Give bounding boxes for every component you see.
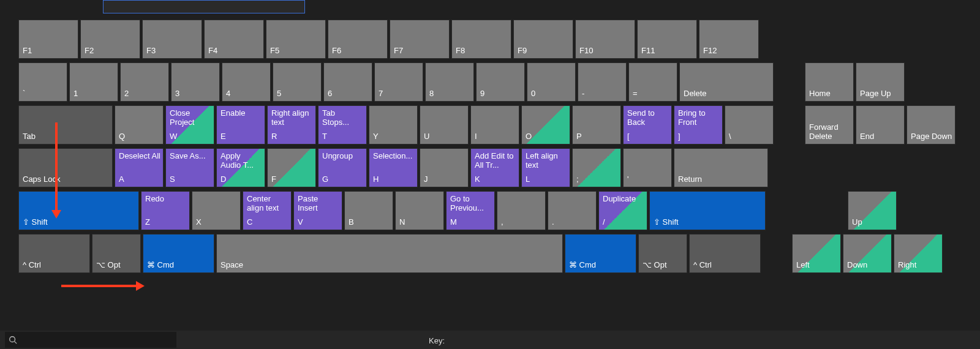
key-s[interactable]: Save As...S [165, 148, 214, 187]
key-o[interactable]: O [521, 105, 570, 144]
key-slash[interactable]: Duplicate/ [598, 191, 647, 230]
key-m[interactable]: Go to Previou...M [446, 191, 495, 230]
key-7[interactable]: 7 [374, 62, 423, 102]
key-bracket-left[interactable]: Send to Back[ [623, 105, 672, 144]
key-down[interactable]: Down [843, 234, 892, 273]
key-u[interactable]: U [420, 105, 469, 144]
key-minus[interactable]: - [578, 62, 627, 102]
key-shift-left[interactable]: ⇧ Shift [18, 191, 139, 230]
key-f7[interactable]: F7 [390, 20, 450, 59]
key-g[interactable]: UngroupG [318, 148, 367, 187]
key-n[interactable]: N [395, 191, 444, 230]
application-set-dropdown[interactable] [103, 0, 305, 13]
key-t[interactable]: Tab Stops...T [318, 105, 367, 144]
key-f4[interactable]: F4 [204, 20, 264, 59]
key-r[interactable]: Right align textR [267, 105, 316, 144]
key-x[interactable]: X [192, 191, 241, 230]
key-delete[interactable]: Delete [679, 62, 774, 102]
key-cmd-right[interactable]: ⌘ Cmd [565, 234, 636, 273]
key-b[interactable]: B [344, 191, 393, 230]
key-d[interactable]: Apply Audio T...D [216, 148, 265, 187]
svg-line-1 [15, 342, 17, 344]
search-icon [9, 336, 17, 344]
key-f3[interactable]: F3 [142, 20, 202, 59]
search-input[interactable] [5, 332, 176, 348]
annotation-arrow-right [61, 285, 137, 287]
key-2[interactable]: 2 [120, 62, 169, 102]
key-i[interactable]: I [470, 105, 519, 144]
key-home[interactable]: Home [805, 62, 854, 102]
key-comma[interactable]: , [497, 191, 546, 230]
footer-bar: Key: [0, 331, 980, 349]
key-0[interactable]: 0 [527, 62, 576, 102]
qwerty-row-2: Caps Lock Deselect AllA Save As...S Appl… [18, 148, 768, 187]
key-capslock[interactable]: Caps Lock [18, 148, 113, 187]
key-f11[interactable]: F11 [637, 20, 697, 59]
key-backtick[interactable]: ` [18, 62, 67, 102]
key-l[interactable]: Left align textL [521, 148, 570, 187]
key-y[interactable]: Y [369, 105, 418, 144]
key-equals[interactable]: = [628, 62, 677, 102]
key-f8[interactable]: F8 [451, 20, 511, 59]
key-end[interactable]: End [856, 105, 905, 144]
number-row: ` 1 2 3 4 5 6 7 8 9 0 - = Delete [18, 62, 774, 102]
key-p[interactable]: P [572, 105, 621, 144]
key-up[interactable]: Up [848, 191, 897, 230]
key-pageup[interactable]: Page Up [856, 62, 905, 102]
key-f2[interactable]: F2 [80, 20, 140, 59]
modifier-row: ^ Ctrl ⌥ Opt ⌘ Cmd Space ⌘ Cmd ⌥ Opt ^ C… [18, 234, 761, 273]
key-q[interactable]: Q [115, 105, 164, 144]
function-row: F1 F2 F3 F4 F5 F6 F7 F8 F9 F10 F11 F12 [18, 20, 759, 59]
key-f12[interactable]: F12 [699, 20, 759, 59]
svg-point-0 [10, 337, 15, 342]
key-e[interactable]: EnableE [216, 105, 265, 144]
key-a[interactable]: Deselect AllA [115, 148, 164, 187]
key-forward-delete[interactable]: Forward Delete [805, 105, 854, 144]
qwerty-row-1: Tab Q Close ProjectW EnableE Right align… [18, 105, 774, 144]
qwerty-row-3: ⇧ Shift RedoZ X Center align textC Paste… [18, 191, 766, 230]
key-pagedown[interactable]: Page Down [907, 105, 956, 144]
key-v[interactable]: Paste InsertV [293, 191, 342, 230]
key-bracket-right[interactable]: Bring to Front] [674, 105, 723, 144]
key-5[interactable]: 5 [273, 62, 322, 102]
key-c[interactable]: Center align textC [243, 191, 292, 230]
annotation-arrow-down [55, 122, 58, 211]
key-j[interactable]: J [420, 148, 469, 187]
keyboard-map: F1 F2 F3 F4 F5 F6 F7 F8 F9 F10 F11 F12 `… [18, 20, 968, 275]
key-f6[interactable]: F6 [328, 20, 388, 59]
key-backslash[interactable]: \ [725, 105, 774, 144]
key-h[interactable]: Selection...H [369, 148, 418, 187]
key-f1[interactable]: F1 [18, 20, 78, 59]
key-4[interactable]: 4 [222, 62, 271, 102]
key-right[interactable]: Right [894, 234, 943, 273]
key-semicolon[interactable]: ; [572, 148, 621, 187]
key-6[interactable]: 6 [323, 62, 372, 102]
key-left[interactable]: Left [792, 234, 841, 273]
key-8[interactable]: 8 [425, 62, 474, 102]
key-f10[interactable]: F10 [575, 20, 635, 59]
key-space[interactable]: Space [216, 234, 563, 273]
key-f[interactable]: F [267, 148, 316, 187]
key-opt-right[interactable]: ⌥ Opt [638, 234, 687, 273]
key-cmd-left[interactable]: ⌘ Cmd [143, 234, 214, 273]
key-tab[interactable]: Tab [18, 105, 113, 144]
key-ctrl-left[interactable]: ^ Ctrl [18, 234, 90, 273]
key-9[interactable]: 9 [476, 62, 525, 102]
key-f9[interactable]: F9 [513, 20, 573, 59]
key-period[interactable]: . [548, 191, 597, 230]
key-1[interactable]: 1 [69, 62, 118, 102]
key-w[interactable]: Close ProjectW [165, 105, 214, 144]
key-label: Key: [429, 336, 445, 345]
key-shift-right[interactable]: ⇧ Shift [649, 191, 766, 230]
key-quote[interactable]: ' [623, 148, 672, 187]
key-ctrl-right[interactable]: ^ Ctrl [689, 234, 761, 273]
key-f5[interactable]: F5 [266, 20, 326, 59]
key-3[interactable]: 3 [171, 62, 220, 102]
key-z[interactable]: RedoZ [141, 191, 190, 230]
key-return[interactable]: Return [674, 148, 768, 187]
key-opt-left[interactable]: ⌥ Opt [92, 234, 141, 273]
key-k[interactable]: Add Edit to All Tr...K [470, 148, 519, 187]
